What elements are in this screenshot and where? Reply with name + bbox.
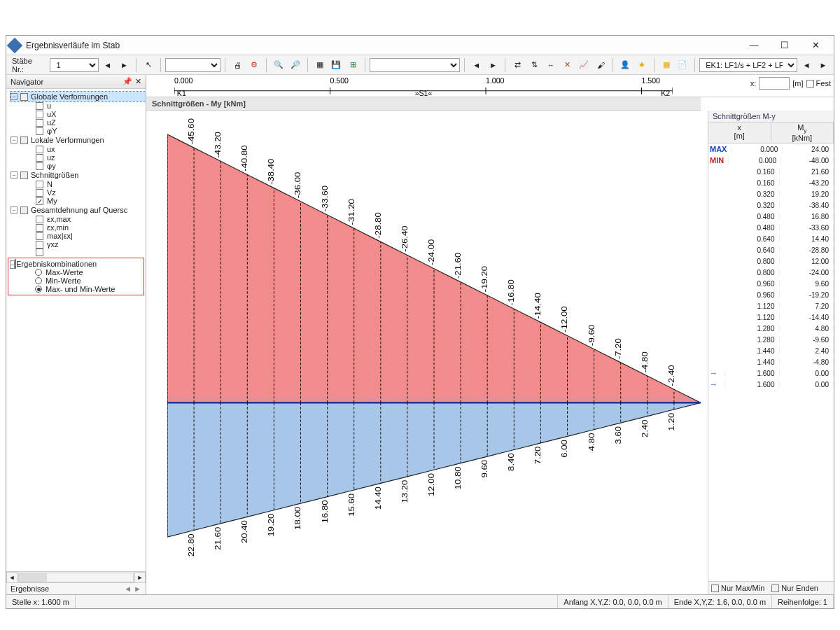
tree-group[interactable]: −Lokale Verformungen <box>10 135 146 145</box>
svg-text:-48.00: -48.00 <box>167 118 169 133</box>
next-member-button[interactable]: ► <box>117 57 132 73</box>
table-row[interactable]: 1.4402.40 <box>708 345 834 356</box>
tree-group[interactable]: −Globale Verformungen <box>10 92 146 102</box>
table-row[interactable]: 0.960-19.20 <box>708 289 834 300</box>
star-icon[interactable]: ★ <box>634 57 650 73</box>
person-icon[interactable]: 👤 <box>617 57 633 73</box>
paint-icon[interactable]: 🖌 <box>593 57 608 73</box>
table-row[interactable]: 1.1207.20 <box>708 300 834 312</box>
lc-prev-icon[interactable]: ◄ <box>799 57 814 73</box>
table-row[interactable]: 0.9609.60 <box>708 278 834 289</box>
app-icon <box>7 37 23 53</box>
graph-icon[interactable]: 📈 <box>577 57 592 73</box>
only-ends-checkbox[interactable]: Nur Enden <box>771 584 818 592</box>
tree-item[interactable]: uX <box>10 110 146 118</box>
table-row[interactable]: 1.120-14.40 <box>708 312 834 323</box>
svg-text:-33.60: -33.60 <box>320 186 329 211</box>
table-row[interactable]: 1.2804.80 <box>708 323 834 334</box>
tree-item[interactable] <box>10 248 146 256</box>
svg-text:12.00: 12.00 <box>427 473 436 496</box>
svg-text:-36.00: -36.00 <box>293 172 302 198</box>
tree-item[interactable]: uz <box>10 153 146 162</box>
tool2-icon[interactable]: ⇅ <box>526 57 542 73</box>
close-panel-icon[interactable]: ✕ <box>135 77 141 86</box>
x-input[interactable] <box>759 77 790 90</box>
ek-option[interactable]: Max- und Min-Werte <box>10 285 142 293</box>
svg-text:14.40: 14.40 <box>374 486 383 510</box>
settings-icon[interactable]: ⚙ <box>246 57 262 73</box>
tool1-icon[interactable]: ⇄ <box>510 57 525 73</box>
tool3-icon[interactable]: ↔ <box>543 57 559 73</box>
tab-results[interactable]: Ergebnisse <box>10 584 49 593</box>
table-row[interactable]: 0.320-38.40 <box>708 200 834 211</box>
navigator-tree[interactable]: −Globale VerformungenuuXuZφY−Lokale Verf… <box>6 89 146 571</box>
only-maxmin-checkbox[interactable]: Nur Max/Min <box>711 584 764 592</box>
table-row[interactable]: 0.80012.00 <box>708 255 834 267</box>
table-row[interactable]: →1.6000.00 <box>708 379 834 390</box>
print-icon[interactable]: 🖨 <box>230 57 245 73</box>
prev-member-button[interactable]: ◄ <box>100 57 115 73</box>
tree-item[interactable]: max|εx| <box>10 232 146 240</box>
tree-group[interactable]: −Gesamtdehnung auf Quersc <box>10 205 146 215</box>
tree-item[interactable]: Vz <box>10 188 146 197</box>
sheet-icon[interactable]: 📄 <box>676 57 691 73</box>
export-icon[interactable]: 💾 <box>328 57 344 73</box>
table-row[interactable]: 0.16021.60 <box>708 166 834 177</box>
table-row[interactable]: 0.640-28.80 <box>708 244 834 255</box>
minimize-button[interactable]: — <box>738 37 769 54</box>
tree-item[interactable]: ux <box>10 145 146 153</box>
navigator-hscroll[interactable]: ◄► <box>6 571 146 582</box>
ek-option[interactable]: Max-Werte <box>10 268 142 276</box>
toggle-grid-icon[interactable]: ▦ <box>312 57 328 73</box>
filter-select[interactable] <box>165 58 220 72</box>
svg-text:-24.00: -24.00 <box>427 239 436 265</box>
pin-icon[interactable]: 📌 <box>122 77 132 86</box>
table-row[interactable]: 1.440-4.80 <box>708 356 834 368</box>
loadcase-select[interactable]: EK1: LF1/s + LF2 + LF3 <box>699 58 797 72</box>
tool4-icon[interactable]: ✕ <box>560 57 575 73</box>
tree-item[interactable]: uZ <box>10 118 146 127</box>
tree-group-ek[interactable]: −Ergebniskombinationen <box>10 260 142 268</box>
view-select[interactable] <box>370 58 460 72</box>
tree-group[interactable]: −Schnittgrößen <box>10 170 146 180</box>
tree-item[interactable]: γxz <box>10 240 146 248</box>
table-row[interactable]: MAX0.00024.00 <box>708 144 834 155</box>
tree-item[interactable]: u <box>10 102 146 110</box>
nav-last-icon[interactable]: ► <box>486 57 501 73</box>
table-row[interactable]: 0.800-24.00 <box>708 267 834 278</box>
svg-text:-40.80: -40.80 <box>240 145 249 171</box>
close-button[interactable]: ✕ <box>800 37 831 54</box>
svg-text:10.80: 10.80 <box>454 466 463 489</box>
tree-item[interactable]: φY <box>10 127 146 135</box>
ek-option[interactable]: Min-Werte <box>10 276 142 285</box>
svg-text:6.00: 6.00 <box>560 440 569 458</box>
table-row[interactable]: 0.32019.20 <box>708 188 834 200</box>
member-select[interactable]: 1 <box>50 58 98 72</box>
tree-item[interactable]: My <box>10 197 146 205</box>
nav-first-icon[interactable]: ◄ <box>469 57 484 73</box>
tree-item[interactable]: φy <box>10 162 146 170</box>
toolbar: Stäbe Nr.: 1 ◄ ► ↖ 🖨 ⚙ 🔍 🔎 ▦ 💾 ⊞ ◄ ► ⇄ ⇅… <box>6 55 834 75</box>
zoom-in-icon[interactable]: 🔍 <box>271 57 286 73</box>
navigator-tabs: Ergebnisse ◄ ► <box>6 582 146 594</box>
table-row[interactable]: 0.64014.40 <box>708 233 834 244</box>
excel-icon[interactable]: ⊞ <box>345 57 360 73</box>
maximize-button[interactable]: ☐ <box>769 37 800 54</box>
table-row[interactable]: 0.160-43.20 <box>708 177 834 188</box>
svg-text:K1: K1 <box>177 89 186 97</box>
fest-checkbox[interactable]: Fest <box>806 79 831 88</box>
table-row[interactable]: MIN0.000-48.00 <box>708 155 834 166</box>
lc-next-icon[interactable]: ► <box>816 57 831 73</box>
tree-item[interactable]: εx,max <box>10 215 146 223</box>
table-row[interactable]: 0.480-33.60 <box>708 222 834 233</box>
calc-icon[interactable]: ▦ <box>659 57 674 73</box>
table-row[interactable]: →1.6000.00 <box>708 368 834 379</box>
pick-icon[interactable]: ↖ <box>141 57 156 73</box>
table-row[interactable]: 0.48016.80 <box>708 211 834 222</box>
navigator-panel: Navigator 📌✕ −Globale VerformungenuuXuZφ… <box>6 75 146 594</box>
svg-text:-26.40: -26.40 <box>400 225 410 251</box>
tree-item[interactable]: N <box>10 180 146 188</box>
table-row[interactable]: 1.280-9.60 <box>708 334 834 345</box>
zoom-out-icon[interactable]: 🔎 <box>288 57 303 73</box>
tree-item[interactable]: εx,min <box>10 223 146 232</box>
